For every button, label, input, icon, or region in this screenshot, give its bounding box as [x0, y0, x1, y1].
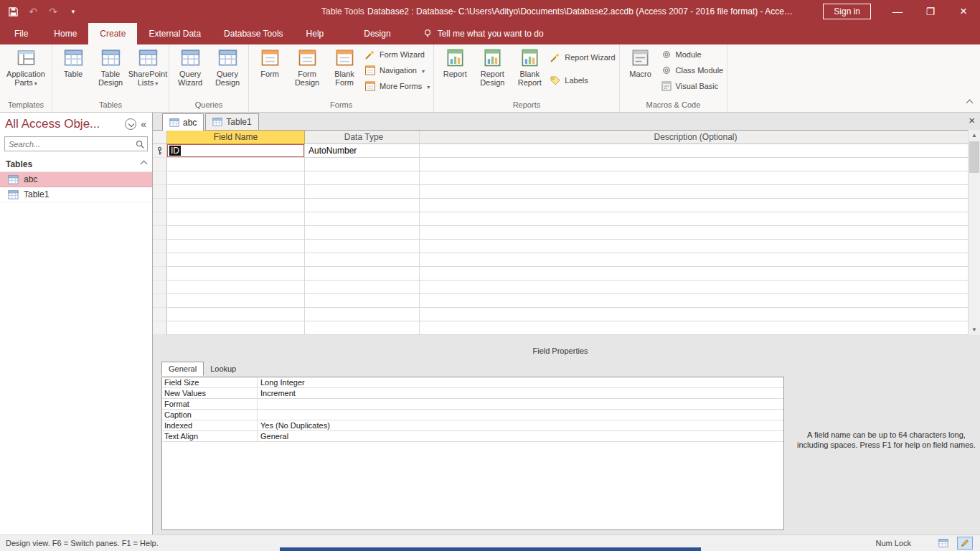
data-type-cell[interactable]: AutoNumber: [305, 144, 420, 158]
blank-form-button[interactable]: Blank Form: [326, 45, 363, 87]
report-design-button[interactable]: Report Design: [473, 45, 511, 87]
tab-design[interactable]: Design: [352, 23, 402, 44]
description-cell[interactable]: [420, 212, 968, 226]
description-cell[interactable]: [420, 158, 968, 171]
tab-file[interactable]: File: [0, 23, 42, 44]
data-type-cell[interactable]: [305, 212, 420, 226]
field-name-cell[interactable]: [167, 321, 305, 335]
data-type-cell[interactable]: [305, 226, 420, 240]
data-type-cell[interactable]: [305, 171, 420, 185]
row-selector[interactable]: [153, 171, 167, 185]
field-name-cell[interactable]: [167, 294, 305, 308]
labels-button[interactable]: Labels: [550, 75, 615, 86]
description-cell[interactable]: [420, 199, 968, 212]
customize-qat-button[interactable]: ▾: [63, 1, 83, 22]
data-type-cell[interactable]: [305, 321, 420, 335]
description-cell[interactable]: [420, 294, 968, 308]
nav-item-abc[interactable]: abc: [0, 172, 152, 187]
report-wizard-button[interactable]: Report Wizard: [550, 52, 615, 63]
more-forms-button[interactable]: More Forms: [364, 80, 430, 92]
module-button[interactable]: Module: [661, 49, 724, 60]
tab-home[interactable]: Home: [42, 23, 88, 44]
shutter-bar-close-button[interactable]: «: [141, 118, 146, 130]
row-selector[interactable]: [153, 321, 167, 335]
property-value[interactable]: [258, 410, 783, 420]
description-cell[interactable]: [420, 308, 968, 321]
field-name-cell[interactable]: [167, 171, 305, 185]
report-button[interactable]: Report: [436, 45, 473, 78]
row-selector[interactable]: [153, 308, 167, 321]
doc-tab-abc[interactable]: abc: [162, 113, 204, 131]
description-cell[interactable]: [420, 267, 968, 281]
form-wizard-button[interactable]: Form Wizard: [364, 49, 430, 60]
description-cell[interactable]: [420, 321, 968, 335]
class-module-button[interactable]: Class Module: [661, 65, 724, 76]
tell-me-box[interactable]: Tell me what you want to do: [423, 23, 544, 44]
row-selector[interactable]: [153, 185, 167, 199]
row-selector[interactable]: [153, 158, 167, 171]
macro-button[interactable]: Macro: [622, 45, 659, 78]
row-selector[interactable]: [153, 144, 167, 158]
form-button[interactable]: Form: [251, 45, 288, 78]
field-name-cell[interactable]: ID: [167, 144, 305, 158]
field-name-cell[interactable]: [167, 226, 305, 240]
description-cell[interactable]: [420, 171, 968, 185]
search-input[interactable]: [5, 140, 135, 149]
application-parts-button[interactable]: Application Parts: [2, 45, 50, 88]
blank-report-button[interactable]: Blank Report: [511, 45, 548, 87]
field-name-cell[interactable]: [167, 308, 305, 321]
description-cell[interactable]: [420, 144, 968, 158]
row-selector[interactable]: [153, 240, 167, 253]
tab-external-data[interactable]: External Data: [137, 23, 212, 44]
tab-create[interactable]: Create: [88, 23, 137, 44]
sign-in-button[interactable]: Sign in: [823, 4, 871, 19]
minimize-button[interactable]: —: [881, 0, 914, 23]
row-selector[interactable]: [153, 226, 167, 240]
data-type-cell[interactable]: [305, 267, 420, 281]
field-name-cell[interactable]: [167, 240, 305, 253]
property-value[interactable]: General: [258, 431, 783, 441]
maximize-button[interactable]: ❐: [914, 0, 947, 23]
tab-lookup[interactable]: Lookup: [204, 362, 242, 375]
tab-help[interactable]: Help: [295, 23, 336, 44]
field-name-cell[interactable]: [167, 158, 305, 171]
vertical-scrollbar[interactable]: ▲ ▼: [968, 130, 980, 335]
data-type-cell[interactable]: [305, 308, 420, 321]
description-cell[interactable]: [420, 253, 968, 267]
description-cell[interactable]: [420, 226, 968, 240]
data-type-cell[interactable]: [305, 253, 420, 267]
visual-basic-button[interactable]: Visual Basic: [661, 80, 724, 92]
scroll-up-arrow[interactable]: ▲: [969, 130, 980, 141]
row-selector[interactable]: [153, 267, 167, 281]
nav-pane-menu-button[interactable]: [125, 118, 136, 130]
description-cell[interactable]: [420, 240, 968, 253]
close-button[interactable]: ×: [947, 0, 980, 23]
row-selector[interactable]: [153, 199, 167, 212]
query-design-button[interactable]: Query Design: [209, 45, 246, 87]
field-name-cell[interactable]: [167, 281, 305, 294]
tab-general[interactable]: General: [161, 362, 204, 376]
field-name-cell[interactable]: [167, 185, 305, 199]
collapse-ribbon-button[interactable]: [967, 100, 973, 106]
description-cell[interactable]: [420, 281, 968, 294]
data-type-cell[interactable]: [305, 281, 420, 294]
form-design-button[interactable]: Form Design: [288, 45, 326, 87]
field-name-cell[interactable]: [167, 199, 305, 212]
save-button[interactable]: [3, 1, 23, 22]
undo-button[interactable]: ↶: [23, 1, 43, 22]
tab-database-tools[interactable]: Database Tools: [212, 23, 295, 44]
data-type-cell[interactable]: [305, 294, 420, 308]
field-name-cell[interactable]: [167, 212, 305, 226]
design-view-button[interactable]: [957, 537, 973, 550]
navigation-button[interactable]: Navigation: [364, 65, 430, 76]
row-selector[interactable]: [153, 294, 167, 308]
row-selector[interactable]: [153, 281, 167, 294]
row-selector[interactable]: [153, 253, 167, 267]
scroll-down-arrow[interactable]: ▼: [969, 324, 980, 335]
redo-button[interactable]: ↷: [43, 1, 63, 22]
property-value[interactable]: [258, 399, 783, 409]
table-design-button[interactable]: Table Design: [92, 45, 129, 87]
field-name-cell[interactable]: [167, 253, 305, 267]
close-document-button[interactable]: ×: [969, 115, 975, 126]
sharepoint-lists-button[interactable]: SharePoint Lists: [129, 45, 166, 88]
